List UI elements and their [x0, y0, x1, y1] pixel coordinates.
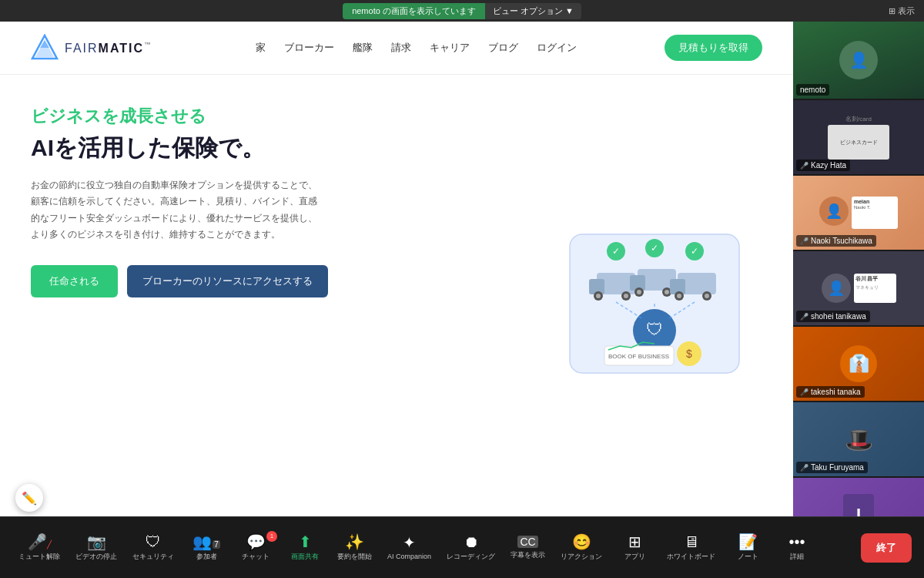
participant-shohei[interactable]: 👤 谷川 昌平 マネキュリ 🎤 shohei tanikawa	[793, 251, 924, 325]
hero-primary-button[interactable]: 任命される	[31, 265, 118, 297]
notes-button[interactable]: 📝 ノート	[725, 529, 771, 566]
whiteboard-button[interactable]: 🖥 ホワイトボード	[661, 529, 721, 566]
security-button[interactable]: 🛡 セキュリティ	[126, 529, 180, 566]
participant-nemoto[interactable]: 👤 nemoto	[793, 22, 924, 99]
svg-point-27	[705, 294, 709, 298]
reactions-button[interactable]: 😊 リアクション	[554, 529, 608, 566]
svg-text:BOOK OF BUSINESS: BOOK OF BUSINESS	[608, 353, 669, 360]
recording-label: レコーディング	[447, 552, 495, 562]
screenshare-button[interactable]: ⬆ 画面共有	[282, 529, 328, 566]
security-icon: 🛡	[146, 534, 161, 549]
site-nav-links: 家 ブローカー 艦隊 請求 キャリア ブログ ログイン	[190, 41, 641, 55]
apps-label: アプリ	[624, 552, 645, 562]
participant-takeshi-name: takeshi tanaka	[811, 388, 861, 396]
view-options-button[interactable]: ビュー オプション ▼	[485, 3, 581, 19]
captions-label: 字幕を表示	[511, 550, 545, 560]
reactions-label: リアクション	[561, 552, 602, 562]
svg-point-15	[624, 294, 628, 298]
svg-text:🛡: 🛡	[646, 320, 663, 339]
recording-button[interactable]: ⏺ レコーディング	[440, 529, 501, 566]
hero-secondary-button[interactable]: ブローカーのリソースにアクセスする	[127, 265, 328, 297]
participant-takeshi[interactable]: 👔 🎤 takeshi tanaka	[793, 327, 924, 401]
chat-container: 💬 チャット 1	[233, 529, 279, 566]
video-icon: 📷	[87, 534, 106, 549]
ai-companion-icon: ✦	[403, 535, 416, 550]
participant-kazy[interactable]: 名刺/card ビジネスカード 🎤 Kazy Hata	[793, 100, 924, 174]
more-label: 詳細	[790, 552, 804, 562]
chat-badge: 1	[266, 531, 277, 542]
nav-cta-button[interactable]: 見積もりを取得	[665, 35, 762, 61]
nav-broker[interactable]: ブローカー	[284, 41, 334, 55]
main-layout: FAIRMATIC™ 家 ブローカー 艦隊 請求 キャリア ブログ ログイン 見…	[0, 22, 924, 516]
more-icon: •••	[789, 534, 805, 549]
participants-container: 👥7 参加者	[183, 529, 229, 566]
toolbar-left-group: 🎤╱ ミュート解除 📷 ビデオの停止 🛡 セキュリティ 👥7 参加者	[12, 529, 820, 566]
screenshare-icon: ⬆	[299, 534, 312, 549]
ai-companion-button[interactable]: ✦ AI Companion	[381, 530, 437, 565]
captions-button[interactable]: CC 字幕を表示	[504, 531, 551, 565]
participants-sidebar: 👤 nemoto 名刺/card ビジネスカード	[793, 22, 924, 516]
video-container: 📷 ビデオの停止	[69, 529, 123, 566]
security-label: セキュリティ	[132, 552, 174, 562]
screenshare-label: 画面共有	[291, 552, 319, 562]
nav-billing[interactable]: 請求	[391, 41, 411, 55]
svg-point-19	[637, 290, 641, 294]
hero-title: AIを活用した保険で。	[31, 134, 500, 162]
summary-button[interactable]: ✨ 要約を開始	[331, 529, 378, 566]
participant-shohei-name: shohei tanikawa	[811, 312, 866, 321]
more-button[interactable]: ••• 詳細	[774, 529, 820, 566]
logo-text: FAIRMATIC™	[65, 40, 152, 56]
nav-career[interactable]: キャリア	[430, 41, 470, 55]
hero-buttons: 任命される ブローカーのリソースにアクセスする	[31, 265, 500, 297]
nav-login[interactable]: ログイン	[537, 41, 577, 55]
captions-icon: CC	[517, 536, 537, 548]
nav-home[interactable]: 家	[256, 41, 266, 55]
svg-text:$: $	[686, 348, 692, 360]
site-nav: FAIRMATIC™ 家 ブローカー 艦隊 請求 キャリア ブログ ログイン 見…	[0, 22, 793, 75]
mute-button[interactable]: 🎤╱ ミュート解除	[12, 529, 66, 566]
whiteboard-icon: 🖥	[684, 534, 699, 549]
summary-label: 要約を開始	[337, 552, 372, 562]
screen-share-text: nemoto の画面を表示しています	[352, 5, 476, 17]
mute-icon: 🎤╱	[28, 534, 52, 549]
svg-point-21	[665, 290, 669, 294]
website-mockup: FAIRMATIC™ 家 ブローカー 艦隊 請求 キャリア ブログ ログイン 見…	[0, 22, 793, 516]
participants-button[interactable]: 👥7 参加者	[183, 529, 229, 566]
site-logo: FAIRMATIC™	[31, 34, 152, 62]
bottom-toolbar: 🎤╱ ミュート解除 📷 ビデオの停止 🛡 セキュリティ 👥7 参加者	[0, 516, 924, 578]
chat-icon: 💬	[246, 534, 266, 549]
svg-text:✓: ✓	[691, 246, 698, 257]
svg-text:✓: ✓	[651, 243, 658, 254]
participant-nemoto-name: nemoto	[800, 86, 825, 94]
participant-naoki[interactable]: 👤 meian Naoki T. 🎤 Naoki Tsuchikawa	[793, 176, 924, 250]
ai-companion-label: AI Companion	[387, 553, 431, 560]
pencil-float-button[interactable]: ✏️	[15, 484, 43, 512]
screen-share-area: FAIRMATIC™ 家 ブローカー 艦隊 請求 キャリア ブログ ログイン 見…	[0, 22, 793, 516]
site-hero: ビジネスを成長させる AIを活用した保険で。 お金の節約に役立つ独自の自動車保険…	[0, 75, 793, 516]
mute-label: ミュート解除	[18, 552, 60, 562]
reactions-icon: 😊	[572, 534, 591, 549]
participants-label: 参加者	[196, 552, 217, 562]
participant-taku[interactable]: 🎩 🎤 Taku Furuyama	[793, 402, 924, 476]
video-label: ビデオの停止	[75, 552, 117, 562]
screen-share-indicator: nemoto の画面を表示しています	[343, 3, 485, 19]
participants-icon: 👥7	[192, 534, 220, 549]
apps-icon: ⊞	[628, 534, 641, 549]
participant-naoki-name: Naoki Tsuchikawa	[811, 237, 872, 245]
participant-miyake[interactable]: I 🎤 Miyake	[793, 478, 924, 516]
video-button[interactable]: 📷 ビデオの停止	[69, 529, 123, 566]
summary-icon: ✨	[345, 534, 364, 549]
svg-text:✓: ✓	[612, 246, 620, 257]
notes-icon: 📝	[738, 534, 758, 549]
hero-tagline: ビジネスを成長させる	[31, 106, 500, 128]
notes-label: ノート	[738, 552, 758, 562]
end-meeting-button[interactable]: 終了	[861, 533, 912, 563]
whiteboard-label: ホワイトボード	[667, 552, 715, 562]
display-button[interactable]: ⊞ 表示	[889, 5, 915, 17]
nav-blog[interactable]: ブログ	[488, 41, 518, 55]
recording-icon: ⏺	[464, 534, 479, 549]
svg-point-13	[596, 294, 601, 298]
apps-button[interactable]: ⊞ アプリ	[611, 529, 658, 566]
top-bar: nemoto の画面を表示しています ビュー オプション ▼ ⊞ 表示	[0, 0, 924, 22]
nav-fleet[interactable]: 艦隊	[353, 41, 373, 55]
